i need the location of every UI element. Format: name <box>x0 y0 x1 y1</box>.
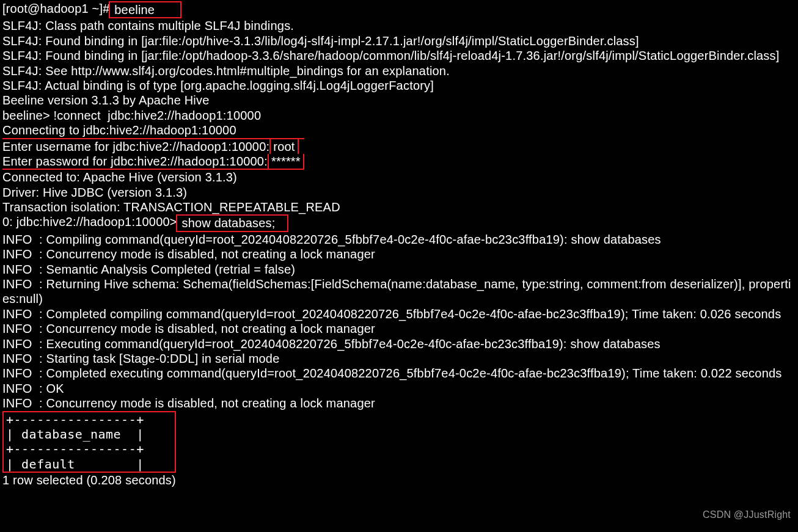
table-header: | database_name | <box>6 427 144 442</box>
credentials-highlight-box: Enter username for jdbc:hive2://hadoop1:… <box>2 138 304 170</box>
terminal-output: INFO : OK <box>2 381 796 396</box>
beeline-connect-command[interactable]: beeline> !connect jdbc:hive2://hadoop1:1… <box>2 108 796 123</box>
terminal-output: INFO : Concurrency mode is disabled, not… <box>2 396 796 410</box>
terminal-output: INFO : Starting task [Stage-0:DDL] in se… <box>2 351 796 366</box>
shell-command-line[interactable]: [root@hadoop1 ~]# beeline <box>2 1 796 18</box>
shell-prompt: [root@hadoop1 ~]# <box>2 1 110 16</box>
terminal-output: Beeline version 3.1.3 by Apache Hive <box>2 93 796 107</box>
table-border: +----------------+ <box>6 412 144 427</box>
beeline-command-highlight: beeline <box>109 1 182 18</box>
terminal-output: SLF4J: Found binding in [jar:file:/opt/h… <box>2 48 796 63</box>
table-row: | default | <box>6 457 144 472</box>
terminal-output: INFO : Concurrency mode is disabled, not… <box>2 321 796 336</box>
password-value-highlight: ****** <box>268 154 304 169</box>
terminal-output: SLF4J: See http://www.slf4j.org/codes.ht… <box>2 64 796 78</box>
sql-prompt: 0: jdbc:hive2://hadoop1:10000> <box>2 214 177 229</box>
terminal-output: INFO : Executing command(queryId=root_20… <box>2 337 796 351</box>
terminal-output: INFO : Semantic Analysis Completed (retr… <box>2 262 796 277</box>
show-databases-highlight: show databases; <box>176 214 288 231</box>
username-prompt-line[interactable]: Enter username for jdbc:hive2://hadoop1:… <box>2 139 304 154</box>
terminal-output: Driver: Hive JDBC (version 3.1.3) <box>2 185 796 200</box>
watermark: CSDN @JJustRight <box>703 509 791 521</box>
terminal-output: INFO : Completed executing command(query… <box>2 366 796 381</box>
terminal-output: INFO : Compiling command(queryId=root_20… <box>2 232 796 247</box>
terminal-output: INFO : Completed compiling command(query… <box>2 307 796 321</box>
terminal-output: Connecting to jdbc:hive2://hadoop1:10000 <box>2 123 796 137</box>
table-border: +----------------+ <box>6 442 144 456</box>
result-table-highlight: +----------------+ | database_name | +--… <box>2 411 176 473</box>
password-prompt-line[interactable]: Enter password for jdbc:hive2://hadoop1:… <box>2 154 304 169</box>
result-summary: 1 row selected (0.208 seconds) <box>2 473 796 487</box>
sql-command-line[interactable]: 0: jdbc:hive2://hadoop1:10000> show data… <box>2 214 796 231</box>
terminal-output: INFO : Returning Hive schema: Schema(fie… <box>2 277 796 307</box>
terminal-output: SLF4J: Class path contains multiple SLF4… <box>2 18 796 33</box>
terminal-output: Connected to: Apache Hive (version 3.1.3… <box>2 170 796 184</box>
password-prompt: Enter password for jdbc:hive2://hadoop1:… <box>2 154 268 169</box>
terminal-output: INFO : Concurrency mode is disabled, not… <box>2 247 796 261</box>
terminal-output: SLF4J: Actual binding is of type [org.ap… <box>2 78 796 93</box>
terminal-output: Transaction isolation: TRANSACTION_REPEA… <box>2 200 796 214</box>
terminal-output: SLF4J: Found binding in [jar:file:/opt/h… <box>2 34 796 48</box>
username-value-highlight: root <box>269 139 298 154</box>
username-prompt: Enter username for jdbc:hive2://hadoop1:… <box>2 139 269 154</box>
